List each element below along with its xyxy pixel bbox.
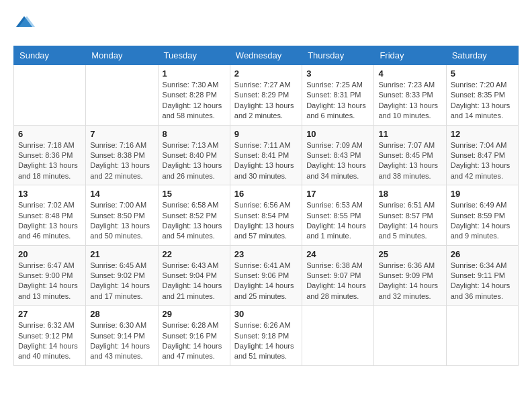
calendar-header-tuesday: Tuesday: [158, 46, 230, 65]
day-info: Sunrise: 6:34 AM Sunset: 9:11 PM Dayligh…: [451, 261, 514, 302]
calendar-cell: 11Sunrise: 7:07 AM Sunset: 8:45 PM Dayli…: [374, 125, 446, 185]
day-info: Sunrise: 7:02 AM Sunset: 8:48 PM Dayligh…: [18, 200, 81, 242]
day-info: Sunrise: 6:58 AM Sunset: 8:52 PM Dayligh…: [163, 200, 226, 242]
calendar-cell: 27Sunrise: 6:32 AM Sunset: 9:12 PM Dayli…: [14, 306, 86, 366]
calendar-cell: 13Sunrise: 7:02 AM Sunset: 8:48 PM Dayli…: [14, 185, 86, 246]
day-number: 5: [451, 68, 514, 79]
calendar-cell: 29Sunrise: 6:28 AM Sunset: 9:16 PM Dayli…: [158, 306, 230, 366]
day-info: Sunrise: 6:41 AM Sunset: 9:06 PM Dayligh…: [234, 261, 298, 302]
calendar-cell: 24Sunrise: 6:38 AM Sunset: 9:07 PM Dayli…: [302, 245, 374, 306]
calendar-cell: 3Sunrise: 7:25 AM Sunset: 8:31 PM Daylig…: [302, 65, 374, 126]
calendar-cell: 19Sunrise: 6:49 AM Sunset: 8:59 PM Dayli…: [446, 185, 518, 246]
calendar-cell: 22Sunrise: 6:43 AM Sunset: 9:04 PM Dayli…: [158, 245, 230, 306]
day-number: 19: [451, 189, 514, 199]
calendar-header-monday: Monday: [86, 46, 158, 65]
day-number: 6: [18, 129, 81, 139]
day-number: 16: [234, 189, 298, 199]
logo-icon: [13, 13, 35, 35]
calendar-header-saturday: Saturday: [446, 46, 518, 65]
day-number: 1: [163, 68, 226, 79]
day-number: 17: [306, 189, 369, 199]
calendar-cell: 26Sunrise: 6:34 AM Sunset: 9:11 PM Dayli…: [446, 245, 518, 306]
day-info: Sunrise: 6:26 AM Sunset: 9:18 PM Dayligh…: [234, 320, 298, 362]
calendar-cell: 30Sunrise: 6:26 AM Sunset: 9:18 PM Dayli…: [230, 306, 302, 366]
calendar-header-row: SundayMondayTuesdayWednesdayThursdayFrid…: [14, 46, 519, 65]
day-info: Sunrise: 6:45 AM Sunset: 9:02 PM Dayligh…: [90, 261, 153, 302]
day-info: Sunrise: 7:00 AM Sunset: 8:50 PM Dayligh…: [90, 200, 153, 242]
day-number: 23: [234, 249, 298, 259]
day-info: Sunrise: 6:43 AM Sunset: 9:04 PM Dayligh…: [163, 261, 226, 302]
day-info: Sunrise: 6:56 AM Sunset: 8:54 PM Dayligh…: [234, 200, 298, 242]
day-info: Sunrise: 7:18 AM Sunset: 8:36 PM Dayligh…: [18, 140, 81, 182]
calendar-cell: 12Sunrise: 7:04 AM Sunset: 8:47 PM Dayli…: [446, 125, 518, 185]
day-info: Sunrise: 7:13 AM Sunset: 8:40 PM Dayligh…: [163, 140, 226, 182]
day-info: Sunrise: 6:36 AM Sunset: 9:09 PM Dayligh…: [378, 261, 441, 302]
day-info: Sunrise: 6:32 AM Sunset: 9:12 PM Dayligh…: [18, 320, 81, 362]
calendar-header-wednesday: Wednesday: [230, 46, 302, 65]
day-info: Sunrise: 7:09 AM Sunset: 8:43 PM Dayligh…: [306, 140, 369, 182]
day-info: Sunrise: 6:53 AM Sunset: 8:55 PM Dayligh…: [306, 200, 369, 242]
day-info: Sunrise: 6:38 AM Sunset: 9:07 PM Dayligh…: [306, 261, 369, 302]
day-info: Sunrise: 7:25 AM Sunset: 8:31 PM Dayligh…: [306, 80, 369, 122]
day-number: 24: [306, 249, 369, 259]
day-info: Sunrise: 7:04 AM Sunset: 8:47 PM Dayligh…: [451, 140, 514, 182]
calendar-cell: 14Sunrise: 7:00 AM Sunset: 8:50 PM Dayli…: [86, 185, 158, 246]
day-info: Sunrise: 7:16 AM Sunset: 8:38 PM Dayligh…: [90, 140, 153, 182]
calendar-week-row-3: 13Sunrise: 7:02 AM Sunset: 8:48 PM Dayli…: [14, 185, 519, 246]
day-info: Sunrise: 6:51 AM Sunset: 8:57 PM Dayligh…: [378, 200, 441, 242]
day-info: Sunrise: 7:11 AM Sunset: 8:41 PM Dayligh…: [234, 140, 298, 182]
day-info: Sunrise: 6:28 AM Sunset: 9:16 PM Dayligh…: [163, 320, 226, 362]
day-info: Sunrise: 6:47 AM Sunset: 9:00 PM Dayligh…: [18, 261, 81, 302]
calendar-week-row-4: 20Sunrise: 6:47 AM Sunset: 9:00 PM Dayli…: [14, 245, 519, 306]
day-number: 26: [451, 249, 514, 259]
day-number: 15: [163, 189, 226, 199]
day-info: Sunrise: 7:20 AM Sunset: 8:35 PM Dayligh…: [451, 80, 514, 122]
page-header: [13, 13, 519, 35]
calendar-header-sunday: Sunday: [14, 46, 86, 65]
day-number: 8: [163, 129, 226, 139]
day-number: 7: [90, 129, 153, 139]
day-number: 3: [306, 68, 369, 79]
calendar-header-thursday: Thursday: [302, 46, 374, 65]
day-number: 28: [90, 309, 153, 319]
day-number: 20: [18, 249, 81, 259]
day-number: 2: [234, 68, 298, 79]
calendar-table: SundayMondayTuesdayWednesdayThursdayFrid…: [13, 46, 519, 366]
calendar-cell: 8Sunrise: 7:13 AM Sunset: 8:40 PM Daylig…: [158, 125, 230, 185]
calendar-cell: 18Sunrise: 6:51 AM Sunset: 8:57 PM Dayli…: [374, 185, 446, 246]
day-number: 13: [18, 189, 81, 199]
day-number: 22: [163, 249, 226, 259]
calendar-cell: [446, 306, 518, 366]
day-info: Sunrise: 7:23 AM Sunset: 8:33 PM Dayligh…: [378, 80, 441, 122]
day-number: 29: [163, 309, 226, 319]
calendar-cell: 6Sunrise: 7:18 AM Sunset: 8:36 PM Daylig…: [14, 125, 86, 185]
calendar-cell: 16Sunrise: 6:56 AM Sunset: 8:54 PM Dayli…: [230, 185, 302, 246]
day-number: 4: [378, 68, 441, 79]
day-info: Sunrise: 6:30 AM Sunset: 9:14 PM Dayligh…: [90, 320, 153, 362]
calendar-header-friday: Friday: [374, 46, 446, 65]
day-number: 11: [378, 129, 441, 139]
calendar-cell: 1Sunrise: 7:30 AM Sunset: 8:28 PM Daylig…: [158, 65, 230, 126]
day-number: 14: [90, 189, 153, 199]
day-number: 27: [18, 309, 81, 319]
calendar-cell: [302, 306, 374, 366]
calendar-week-row-1: 1Sunrise: 7:30 AM Sunset: 8:28 PM Daylig…: [14, 65, 519, 126]
calendar-cell: 7Sunrise: 7:16 AM Sunset: 8:38 PM Daylig…: [86, 125, 158, 185]
day-number: 25: [378, 249, 441, 259]
calendar-cell: 5Sunrise: 7:20 AM Sunset: 8:35 PM Daylig…: [446, 65, 518, 126]
calendar-cell: 20Sunrise: 6:47 AM Sunset: 9:00 PM Dayli…: [14, 245, 86, 306]
calendar-week-row-2: 6Sunrise: 7:18 AM Sunset: 8:36 PM Daylig…: [14, 125, 519, 185]
day-number: 30: [234, 309, 298, 319]
calendar-cell: 10Sunrise: 7:09 AM Sunset: 8:43 PM Dayli…: [302, 125, 374, 185]
day-number: 10: [306, 129, 369, 139]
calendar-cell: 15Sunrise: 6:58 AM Sunset: 8:52 PM Dayli…: [158, 185, 230, 246]
day-number: 12: [451, 129, 514, 139]
calendar-cell: 17Sunrise: 6:53 AM Sunset: 8:55 PM Dayli…: [302, 185, 374, 246]
calendar-cell: 25Sunrise: 6:36 AM Sunset: 9:09 PM Dayli…: [374, 245, 446, 306]
calendar-cell: 4Sunrise: 7:23 AM Sunset: 8:33 PM Daylig…: [374, 65, 446, 126]
day-number: 9: [234, 129, 298, 139]
calendar-week-row-5: 27Sunrise: 6:32 AM Sunset: 9:12 PM Dayli…: [14, 306, 519, 366]
logo: [13, 13, 38, 35]
calendar-cell: 23Sunrise: 6:41 AM Sunset: 9:06 PM Dayli…: [230, 245, 302, 306]
calendar-cell: 21Sunrise: 6:45 AM Sunset: 9:02 PM Dayli…: [86, 245, 158, 306]
